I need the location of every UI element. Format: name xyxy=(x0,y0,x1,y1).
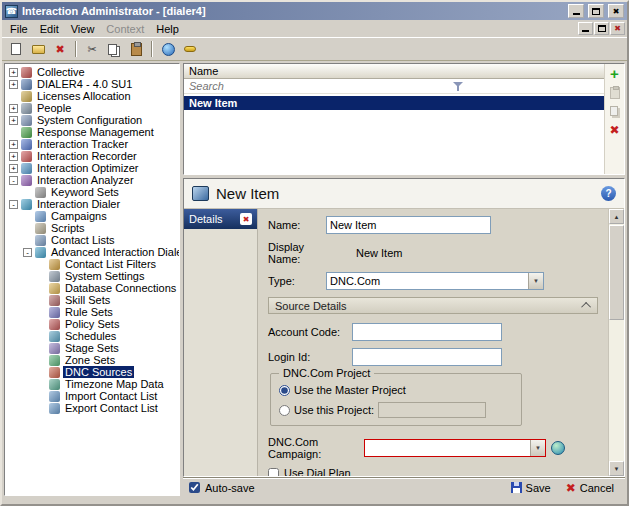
expander-icon[interactable]: + xyxy=(9,68,18,77)
tree-item-import-contact-list[interactable]: Import Contact List xyxy=(7,390,179,402)
auto-save-checkbox[interactable] xyxy=(189,482,200,493)
expander-icon[interactable]: - xyxy=(23,248,32,257)
expander-icon[interactable]: + xyxy=(9,104,18,113)
tree-item-campaigns[interactable]: Campaigns xyxy=(7,210,179,222)
chevron-down-icon[interactable]: ▼ xyxy=(528,273,543,289)
maximize-button[interactable] xyxy=(588,4,604,18)
tree-item-skill-sets[interactable]: Skill Sets xyxy=(7,294,179,306)
tree-item-system-settings[interactable]: System Settings xyxy=(7,270,179,282)
tree-item-keyword-sets[interactable]: Keyword Sets xyxy=(7,186,179,198)
tree-item-policy-sets[interactable]: Policy Sets xyxy=(7,318,179,330)
add-item-button[interactable]: + xyxy=(610,68,619,80)
close-button[interactable]: ✖ xyxy=(608,4,624,18)
tree-item-dialer4-server[interactable]: +DIALER4 - 4.0 SU1 xyxy=(7,78,179,90)
copy-item-button[interactable] xyxy=(610,106,618,116)
license-key-button[interactable] xyxy=(180,39,200,59)
tree-item-system-configuration[interactable]: +System Configuration xyxy=(7,114,179,126)
copy-button[interactable] xyxy=(104,39,124,59)
expander-icon[interactable]: - xyxy=(9,200,18,209)
use-this-project-radio[interactable] xyxy=(279,405,290,416)
mdi-close-button[interactable]: ✖ xyxy=(610,22,625,35)
tree-item-schedules[interactable]: Schedules xyxy=(7,330,179,342)
expander-icon[interactable]: - xyxy=(9,176,18,185)
tree-item-contact-list-filters[interactable]: Contact List Filters xyxy=(7,258,179,270)
tree-item-export-contact-list[interactable]: Export Contact List xyxy=(7,402,179,414)
account-code-field[interactable] xyxy=(352,323,502,341)
tree-item-rule-sets[interactable]: Rule Sets xyxy=(7,306,179,318)
tree-label: Zone Sets xyxy=(63,354,117,366)
tree-item-database-connections[interactable]: Database Connections xyxy=(7,282,179,294)
open-button[interactable] xyxy=(28,39,48,59)
tree-item-interaction-tracker[interactable]: +Interaction Tracker xyxy=(7,138,179,150)
save-button[interactable]: Save xyxy=(506,481,556,495)
campaign-dropdown[interactable]: ▼ xyxy=(364,439,546,457)
tree-item-stage-sets[interactable]: Stage Sets xyxy=(7,342,179,354)
lookup-globe-icon[interactable] xyxy=(551,441,565,455)
paste-item-button[interactable] xyxy=(610,87,620,99)
menu-help[interactable]: Help xyxy=(150,22,185,36)
search-input[interactable] xyxy=(184,80,452,92)
tree-item-timezone-map-data[interactable]: Timezone Map Data xyxy=(7,378,179,390)
tree-item-interaction-analyzer[interactable]: -Interaction Analyzer xyxy=(7,174,179,186)
list-row-new-item[interactable]: New Item xyxy=(184,96,604,110)
expander-icon[interactable]: + xyxy=(9,152,18,161)
minimize-button[interactable] xyxy=(568,4,584,18)
cancel-button[interactable]: ✖ Cancel xyxy=(561,480,619,496)
expander-icon[interactable]: + xyxy=(9,164,18,173)
menu-file[interactable]: File xyxy=(4,22,34,36)
tree-item-interaction-optimizer[interactable]: +Interaction Optimizer xyxy=(7,162,179,174)
tree-item-interaction-recorder[interactable]: +Interaction Recorder xyxy=(7,150,179,162)
app-icon: ☎ xyxy=(5,5,18,18)
scroll-down-button[interactable]: ▼ xyxy=(609,461,624,476)
source-details-section-header[interactable]: Source Details xyxy=(268,297,598,314)
tab-details[interactable]: Details ✖ xyxy=(184,209,257,229)
tree-item-collective[interactable]: +Collective xyxy=(7,66,179,78)
tree-label: Policy Sets xyxy=(63,318,121,330)
scrollbar-thumb[interactable] xyxy=(609,225,624,320)
item-icon xyxy=(192,186,209,201)
mdi-restore-button[interactable] xyxy=(594,22,609,35)
delete-button[interactable]: ✖ xyxy=(50,39,70,59)
filter-icon[interactable] xyxy=(452,80,464,92)
details-scrollbar[interactable]: ▲ ▼ xyxy=(608,209,624,476)
tree-item-response-management[interactable]: Response Management xyxy=(7,126,179,138)
mdi-minimize-button[interactable] xyxy=(578,22,593,35)
cancel-button-label: Cancel xyxy=(580,482,614,494)
tree-item-advanced-interaction-dialer[interactable]: -Advanced Interaction Dialer xyxy=(7,246,179,258)
tree-item-people[interactable]: +People xyxy=(7,102,179,114)
type-dropdown[interactable]: DNC.Com ▼ xyxy=(326,272,544,290)
menu-view[interactable]: View xyxy=(65,22,101,36)
menu-context[interactable]: Context xyxy=(100,22,150,36)
name-field[interactable] xyxy=(326,216,491,234)
scrollbar-track[interactable] xyxy=(609,320,624,461)
use-master-project-label: Use the Master Project xyxy=(294,384,406,396)
tree-item-zone-sets[interactable]: Zone Sets xyxy=(7,354,179,366)
expander-icon[interactable]: + xyxy=(9,140,18,149)
tree-item-interaction-dialer[interactable]: -Interaction Dialer xyxy=(7,198,179,210)
cut-button[interactable]: ✂ xyxy=(82,39,102,59)
use-master-project-radio[interactable] xyxy=(279,385,290,396)
scroll-up-button[interactable]: ▲ xyxy=(609,209,624,224)
source-details-title: Source Details xyxy=(275,300,584,312)
tree-item-scripts[interactable]: Scripts xyxy=(7,222,179,234)
help-icon[interactable]: ? xyxy=(601,186,616,201)
paste-button[interactable] xyxy=(126,39,146,59)
list-column-header[interactable]: Name xyxy=(184,64,604,79)
discovery-button[interactable] xyxy=(158,39,178,59)
tree-label: Export Contact List xyxy=(63,402,160,414)
mdi-close-icon: ✖ xyxy=(614,24,621,33)
delete-item-button[interactable]: ✖ xyxy=(609,123,619,137)
chevron-down-icon[interactable]: ▼ xyxy=(530,440,545,456)
expander-icon[interactable]: + xyxy=(9,116,18,125)
use-dial-plan-checkbox[interactable] xyxy=(268,468,279,477)
close-details-tab-icon[interactable]: ✖ xyxy=(240,213,252,225)
login-id-field[interactable] xyxy=(352,348,502,366)
settings-icon xyxy=(49,271,60,282)
new-button[interactable] xyxy=(6,39,26,59)
menu-edit[interactable]: Edit xyxy=(34,22,65,36)
tree-item-contact-lists[interactable]: Contact Lists xyxy=(7,234,179,246)
tree-item-dnc-sources[interactable]: DNC Sources xyxy=(7,366,179,378)
tree-item-licenses-allocation[interactable]: Licenses Allocation xyxy=(7,90,179,102)
expander-icon[interactable]: + xyxy=(9,80,18,89)
this-project-field[interactable] xyxy=(378,402,486,418)
